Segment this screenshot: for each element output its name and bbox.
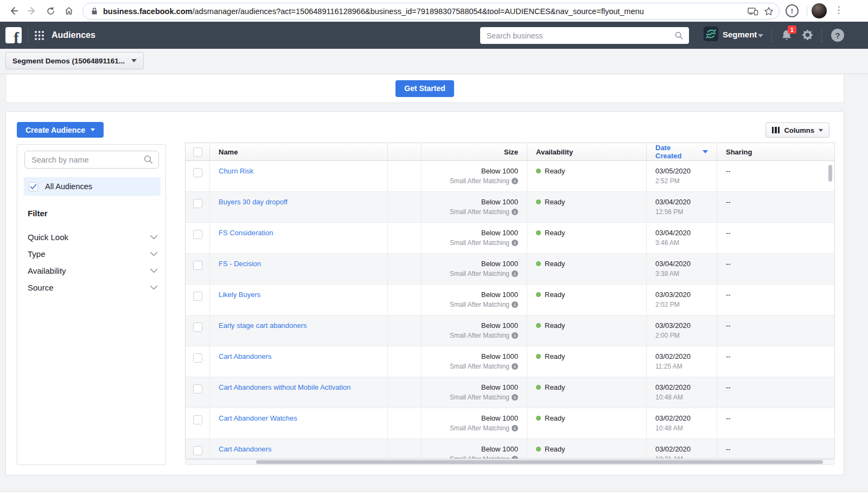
audience-size: Below 1000 [430,352,518,360]
all-audiences-checkbox[interactable] [29,182,38,191]
table-row: Cart Abandoners Below 1000 Small After M… [186,346,834,377]
select-all-cell [186,143,210,160]
status-dot [536,230,541,235]
home-icon[interactable] [60,2,78,20]
header-availability[interactable]: Availability [527,143,647,160]
table-header-row: Name Size Availability Date Created Shar… [186,143,834,161]
select-all-checkbox[interactable] [193,147,202,157]
audience-name-link[interactable]: Cart Abandoners [219,352,272,360]
audience-size: Below 1000 [430,167,518,175]
settings-gear-icon[interactable] [801,28,814,42]
business-search-input[interactable] [480,31,668,40]
audience-name-link[interactable]: FS Consideration [219,229,273,237]
header-date-created[interactable]: Date Created [647,143,717,160]
reload-icon[interactable] [41,2,60,20]
info-icon[interactable]: i [512,209,518,215]
apps-grid-icon[interactable] [34,30,44,41]
search-icon [144,155,153,164]
columns-button[interactable]: Columns [765,122,829,138]
info-icon[interactable]: i [512,363,518,370]
search-icon[interactable] [668,31,689,40]
help-icon[interactable]: ? [831,29,844,42]
ad-account-label: Segment Demos (15064891161... [12,57,125,65]
forward-icon[interactable] [23,2,41,20]
notification-badge: 1 [788,25,796,34]
create-audience-button[interactable]: Create Audience [17,122,104,138]
audience-size: Below 1000 [430,260,518,268]
get-started-button[interactable]: Get Started [395,80,454,97]
notifications-bell-icon[interactable]: 1 [780,29,794,43]
audience-name-link[interactable]: Buyers 30 day dropoff [219,198,288,206]
sharing-value: -- [726,414,731,422]
header-name[interactable]: Name [210,143,388,160]
cast-icon[interactable] [748,7,758,16]
filter-availability[interactable]: Availability [28,264,158,277]
header-sharing[interactable]: Sharing [717,143,834,160]
audience-size: Below 1000 [430,321,518,330]
audience-name-link[interactable]: Early stage cart abandoners [219,321,307,330]
ad-account-selector[interactable]: Segment Demos (15064891161... [5,52,144,69]
audience-name-link[interactable]: Likely Buyers [219,291,260,299]
header-size[interactable]: Size [422,143,527,160]
back-icon[interactable] [4,2,23,20]
availability-status: Ready [545,414,565,422]
size-note: Small After Matching [450,301,509,308]
url-bar[interactable]: business.facebook.com/adsmanager/audienc… [82,3,780,20]
size-note: Small After Matching [450,394,509,401]
status-dot [536,416,541,421]
time-created: 10:48 AM [655,424,683,432]
filter-type[interactable]: Type [28,247,158,260]
row-checkbox[interactable] [193,323,202,332]
time-created: 12:56 PM [655,208,683,216]
audience-name-link[interactable]: Cart Abandoners [219,445,272,453]
footer-bar [0,491,868,503]
segment-logo[interactable] [704,27,718,41]
sharing-value: -- [726,291,731,299]
info-icon[interactable]: i [512,301,518,308]
row-checkbox[interactable] [193,261,202,270]
audience-name-link[interactable]: Cart Abandoners without Mobile Activatio… [219,383,351,391]
audience-name-link[interactable]: Cart Abandoner Watches [219,414,297,422]
row-checkbox[interactable] [193,353,202,363]
sharing-value: -- [726,260,731,268]
audience-name-link[interactable]: FS - Decision [219,260,261,268]
all-audiences-toggle[interactable]: All Audiences [24,177,161,196]
horizontal-scrollbar[interactable] [185,459,835,465]
facebook-logo[interactable]: f [5,27,22,43]
status-dot [536,447,541,452]
date-created: 03/02/2020 [655,414,708,422]
audience-name-link[interactable]: Churn Risk [219,167,253,175]
name-search-input[interactable] [31,156,144,164]
row-checkbox[interactable] [193,168,202,177]
status-dot [536,323,541,328]
filter-heading: Filter [28,209,48,218]
info-icon[interactable]: i [512,240,518,246]
filter-source[interactable]: Source [28,281,158,294]
size-note: Small After Matching [450,363,509,370]
extension-icon[interactable]: ! [786,4,799,17]
horizontal-scrollbar-thumb[interactable] [256,460,823,464]
info-icon[interactable]: i [512,178,518,184]
row-checkbox[interactable] [193,230,202,239]
row-checkbox[interactable] [193,199,202,208]
browser-menu-icon[interactable]: ⋮ [833,4,844,17]
browser-profile-avatar[interactable] [812,3,827,18]
row-checkbox[interactable] [193,292,202,301]
status-dot [536,354,541,359]
time-created: 3:46 AM [655,239,679,247]
info-icon[interactable]: i [512,425,518,431]
row-checkbox[interactable] [193,384,202,394]
audience-size: Below 1000 [430,383,518,391]
business-caret-icon[interactable] [758,34,763,37]
get-started-banner: Get Started [5,74,844,103]
row-checkbox[interactable] [193,415,202,424]
info-icon[interactable]: i [512,332,518,339]
size-note: Small After Matching [450,208,509,216]
row-checkbox[interactable] [193,446,202,455]
bookmark-star-icon[interactable] [764,7,774,16]
business-name[interactable]: Segment [723,30,757,39]
filter-quick-look[interactable]: Quick Look [28,230,158,243]
info-icon[interactable]: i [512,270,518,277]
vertical-scrollbar-thumb[interactable] [828,165,832,182]
info-icon[interactable]: i [512,394,518,401]
